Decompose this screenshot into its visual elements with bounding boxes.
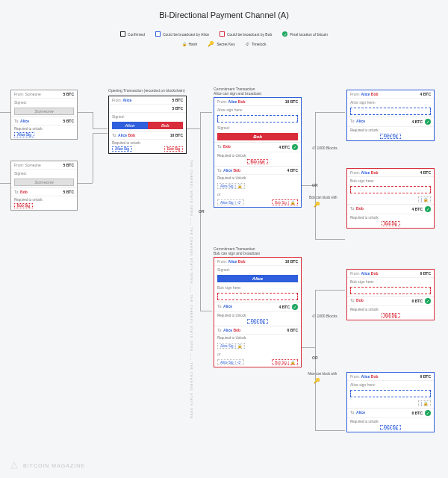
- alice-sig: Alice: [217, 275, 298, 282]
- blocks-1: 1000 Blocks: [312, 146, 337, 150]
- legend-alice: Could be broadcast by Alice: [155, 31, 209, 37]
- or-right-1: OR: [312, 183, 318, 187]
- legend-final: ✓Final location of bitcoin: [282, 31, 328, 37]
- card-resolve-bob-breach: From: Alice Bob4 BTC Bob sign here: | To…: [346, 168, 435, 229]
- card-opening: From: Alice5 BTC x5 BTC Signed: AliceBob…: [108, 96, 187, 154]
- someone-sig: Someone: [14, 179, 74, 186]
- card-resolve-alice-timelock: From: Alice Bob4 BTC Alice sign here: To…: [346, 90, 435, 141]
- watermark: BITCOIN MAGAZINE: [9, 460, 85, 471]
- legend: Confirmed Could be broadcast by Alice Co…: [0, 31, 448, 47]
- card-fund-1: From: Someone5 BTC Signed: Someone To: A…: [10, 90, 78, 140]
- blocks-2: 1000 Blocks: [312, 314, 337, 318]
- card-commit-alice: From: Alice Bob10 BTC Alice sign here: S…: [214, 97, 302, 208]
- card-fund-2: From: Someone5 BTC Signed: Someone To: B…: [10, 161, 78, 211]
- caption-commit-alice: Commitment TransactionAlice can sign and…: [214, 87, 261, 96]
- someone-sig: Someone: [14, 108, 74, 115]
- alice-block: Alice can block with: [308, 372, 337, 376]
- page-title: Bi-Directional Payment Channel (A): [0, 10, 448, 19]
- or-right-2: OR: [312, 356, 318, 360]
- caption-commit-bob: Commitment TransactionBob can sign and b…: [214, 246, 260, 255]
- legend-secret: Secret Key: [208, 41, 234, 47]
- card-resolve-alice-breach: From: Alice Bob6 BTC Alice sign here: | …: [346, 372, 435, 432]
- legend-hash: Hash: [182, 42, 198, 46]
- channel-open-label: THE CHANNEL STAYS OPEN —— THE CHANNEL ST…: [190, 160, 193, 474]
- bob-block: Bob can block with: [309, 196, 337, 199]
- bob-sig: Bob: [217, 133, 298, 140]
- card-commit-bob: From: Alice Bob10 BTC Signed: Alice Bob …: [214, 257, 302, 367]
- caption-opening: Opening Transaction (recorded on blockch…: [108, 88, 185, 93]
- or-alice-bob: OR: [199, 209, 205, 214]
- card-resolve-bob-timelock: From: Alice Bob6 BTC Bob sign here: To: …: [346, 269, 435, 320]
- legend-confirmed: Confirmed: [120, 31, 145, 37]
- legend-timelock: Timelock: [246, 42, 267, 46]
- legend-bob: Could be broadcast by Bob: [220, 31, 272, 37]
- split-sig: AliceBob: [112, 122, 183, 129]
